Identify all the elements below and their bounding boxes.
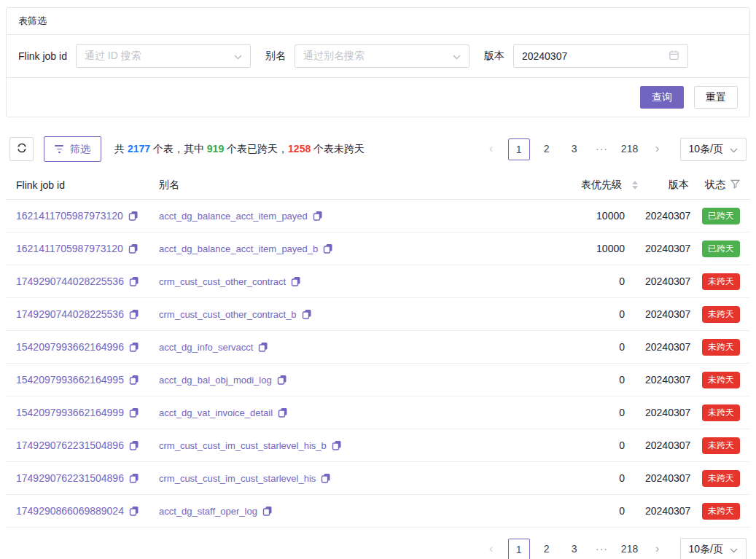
page-button-3[interactable]: 3 (564, 539, 585, 559)
query-button[interactable]: 查询 (640, 86, 684, 109)
next-page-button[interactable]: › (647, 138, 669, 160)
copy-icon[interactable] (291, 276, 301, 286)
copy-icon[interactable] (278, 407, 288, 418)
priority-value: 0 (619, 439, 625, 451)
priority-value: 10000 (596, 243, 625, 254)
filter-button[interactable]: 筛选 (44, 136, 101, 162)
refresh-button[interactable] (9, 137, 34, 161)
table-row: 1542097993662164999 acct_dg_vat_invoice_… (6, 396, 750, 429)
table-row: 1542097993662164996 acct_dg_info_servacc… (6, 331, 750, 364)
page-size-select[interactable]: 10条/页 (680, 538, 747, 559)
copy-icon[interactable] (129, 375, 139, 385)
alias-label: 别名 (265, 50, 286, 63)
next-page-button[interactable]: › (647, 539, 669, 559)
flink-job-id-link[interactable]: 1621411705987973120 (16, 243, 123, 254)
table-filter-panel: 表筛选 Flink job id 通过 ID 搜索 别名 通过别名搜索 版本 (6, 7, 750, 117)
uncrossed-count: 1258 (288, 143, 311, 155)
copy-icon[interactable] (129, 473, 139, 483)
reset-button[interactable]: 重置 (694, 86, 738, 109)
copy-icon[interactable] (277, 375, 287, 385)
priority-value: 0 (619, 275, 625, 287)
copy-icon[interactable] (332, 440, 342, 450)
page-button-218[interactable]: 218 (619, 539, 641, 559)
copy-icon[interactable] (313, 211, 323, 221)
copy-icon[interactable] (129, 506, 139, 516)
alias-link[interactable]: acct_dg_bal_obj_modi_log (159, 375, 272, 386)
copy-icon[interactable] (129, 407, 139, 418)
copy-icon[interactable] (128, 211, 139, 221)
copy-icon[interactable] (302, 309, 312, 319)
flink-job-id-link[interactable]: 1749290762231504896 (16, 439, 124, 451)
flink-job-id-link[interactable]: 1749290866069889024 (16, 505, 124, 517)
table-row: 1749290866069889024 acct_dg_staff_oper_l… (6, 495, 750, 528)
chevron-down-icon (730, 144, 738, 155)
prev-page-button[interactable]: ‹ (480, 138, 502, 160)
version-date-input[interactable]: 20240307 (513, 44, 688, 68)
calendar-icon (669, 50, 679, 63)
column-filter-funnel-icon[interactable] (730, 179, 740, 191)
page-button-218[interactable]: 218 (619, 138, 641, 160)
status-badge: 未跨天 (702, 437, 740, 454)
flink-job-id-select[interactable]: 通过 ID 搜索 (76, 44, 251, 68)
alias-link[interactable]: crm_cust_cust_other_contract_b (159, 309, 297, 320)
header-alias: 别名 (159, 179, 536, 192)
flink-job-id-link[interactable]: 1542097993662164999 (16, 407, 124, 418)
status-badge: 未跨天 (702, 470, 740, 487)
status-badge: 未跨天 (702, 503, 740, 520)
page-button-1[interactable]: 1 (508, 138, 530, 160)
page-ellipsis[interactable]: ··· (591, 539, 613, 559)
header-priority-label: 表优先级 (581, 179, 622, 192)
alias-link[interactable]: acct_dg_info_servacct (159, 342, 253, 353)
results-table: Flink job id 别名 表优先级 版本 状态 1621411705987… (6, 171, 750, 528)
copy-icon[interactable] (129, 342, 139, 352)
alias-link[interactable]: crm_cust_cust_im_cust_starlevel_his (159, 473, 316, 484)
flink-job-id-link[interactable]: 1749290762231504896 (16, 472, 124, 484)
alias-select[interactable]: 通过别名搜索 (295, 44, 469, 68)
page-size-select[interactable]: 10条/页 (680, 138, 747, 161)
page-button-1[interactable]: 1 (508, 539, 530, 559)
header-status-label: 状态 (705, 179, 725, 192)
page-size-value: 10条/页 (689, 543, 723, 556)
page-button-3[interactable]: 3 (564, 138, 585, 160)
copy-icon[interactable] (258, 342, 268, 352)
alias-link[interactable]: crm_cust_cust_other_contract (159, 276, 286, 287)
flink-job-id-placeholder: 通过 ID 搜索 (85, 50, 141, 63)
version-value: 20240307 (645, 472, 689, 484)
filter-fields-row: Flink job id 通过 ID 搜索 别名 通过别名搜索 版本 20240… (7, 35, 749, 78)
page-ellipsis[interactable]: ··· (591, 138, 613, 160)
filter-lines-icon (55, 145, 63, 153)
flink-job-id-link[interactable]: 1621411705987973120 (16, 210, 123, 222)
status-badge: 已跨天 (702, 208, 740, 224)
copy-icon[interactable] (321, 473, 331, 483)
flink-job-id-link[interactable]: 1749290744028225536 (16, 275, 124, 287)
copy-icon[interactable] (129, 309, 139, 319)
flink-job-id-label: Flink job id (18, 50, 67, 62)
total-count: 2177 (128, 143, 150, 155)
copy-icon[interactable] (129, 440, 139, 450)
priority-value: 0 (619, 341, 625, 353)
copy-icon[interactable] (262, 506, 273, 516)
alias-link[interactable]: acct_dg_balance_acct_item_payed_b (159, 243, 318, 254)
summary-text: 个表未跨天 (311, 143, 365, 155)
alias-link[interactable]: crm_cust_cust_im_cust_starlevel_his_b (159, 440, 327, 451)
table-row: 1749290762231504896 crm_cust_cust_im_cus… (6, 429, 750, 462)
page-button-2[interactable]: 2 (536, 539, 558, 559)
chevron-down-icon (234, 50, 242, 62)
sort-toggle-icon[interactable] (625, 181, 645, 189)
prev-page-button[interactable]: ‹ (480, 539, 502, 559)
flink-job-id-link[interactable]: 1542097993662164996 (16, 341, 124, 353)
filter-actions-row: 查询 重置 (7, 78, 749, 117)
page-button-2[interactable]: 2 (536, 138, 558, 160)
flink-job-id-link[interactable]: 1749290744028225536 (16, 308, 124, 320)
copy-icon[interactable] (323, 243, 333, 254)
header-priority: 表优先级 (536, 179, 645, 192)
version-value: 20240307 (645, 505, 689, 517)
copy-icon[interactable] (129, 276, 139, 286)
alias-link[interactable]: acct_dg_staff_oper_log (159, 506, 257, 517)
summary-text: 共 (114, 143, 128, 155)
copy-icon[interactable] (128, 243, 139, 254)
alias-link[interactable]: acct_dg_balance_acct_item_payed (159, 211, 308, 222)
priority-value: 0 (619, 505, 625, 517)
alias-link[interactable]: acct_dg_vat_invoice_detail (159, 407, 273, 418)
flink-job-id-link[interactable]: 1542097993662164995 (16, 374, 124, 386)
